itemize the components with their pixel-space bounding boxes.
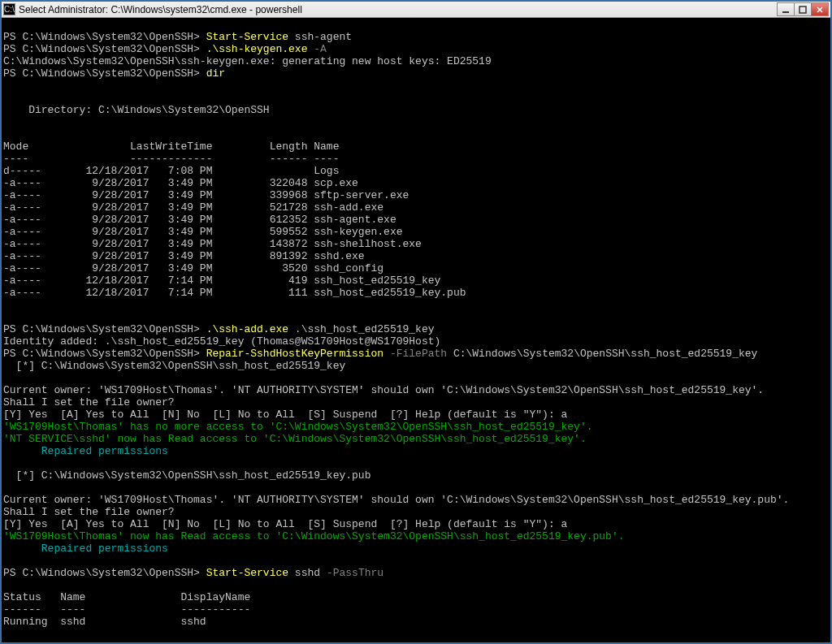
svg-rect-0 xyxy=(782,11,789,13)
yn-prompt: [Y] Yes [A] Yes to All [N] No [L] No to … xyxy=(3,408,567,421)
dir-row: -a---- 9/28/2017 3:49 PM 612352 ssh-agen… xyxy=(3,214,396,226)
arg-ssh-agent: ssh-agent xyxy=(288,31,352,43)
dir-row: -a---- 9/28/2017 3:49 PM 599552 ssh-keyg… xyxy=(3,226,402,238)
cmd-sshkeygen: .\ssh-keygen.exe xyxy=(206,43,308,55)
arg-repair: C:\Windows\System32\OpenSSH\ssh_host_ed2… xyxy=(447,348,757,360)
window-title: Select Administrator: C:\Windows\system3… xyxy=(19,4,778,15)
svc-row: Running sshd sshd xyxy=(3,616,206,628)
shall-set: Shall I set the file owner? xyxy=(3,506,175,518)
window-frame: C:\ Select Administrator: C:\Windows\sys… xyxy=(0,0,832,644)
ps-prompt: PS C:\Windows\System32\OpenSSH> xyxy=(3,323,206,335)
cmd-repair: Repair-SshdHostKeyPermission xyxy=(206,348,384,360)
cmd-start-service: Start-Service xyxy=(206,31,288,43)
cmd-start-sshd: Start-Service xyxy=(206,567,288,579)
maximize-button[interactable] xyxy=(794,2,812,16)
svg-rect-1 xyxy=(800,6,806,13)
identity-added: Identity added: .\ssh_host_ed25519_key (… xyxy=(3,335,440,348)
dir-row: -a---- 12/18/2017 7:14 PM 111 ssh_host_e… xyxy=(3,287,466,299)
dir-header: Directory: C:\Windows\System32\OpenSSH xyxy=(3,104,270,116)
window-buttons xyxy=(778,2,829,16)
cmd-sshadd: .\ssh-add.exe xyxy=(206,323,288,335)
close-button[interactable] xyxy=(811,2,829,16)
repair-star: [*] C:\Windows\System32\OpenSSH\ssh_host… xyxy=(3,360,345,372)
repaired-label: Repaired permissions xyxy=(3,542,168,555)
dir-row: -a---- 9/28/2017 3:49 PM 521728 ssh-add.… xyxy=(3,201,384,214)
current-owner: Current owner: 'WS1709Host\Thomas'. 'NT … xyxy=(3,384,764,396)
dir-row: -a---- 12/18/2017 7:14 PM 419 ssh_host_e… xyxy=(3,274,440,287)
shall-set: Shall I set the file owner? xyxy=(3,396,175,408)
dir-row: -a---- 9/28/2017 3:49 PM 322048 scp.exe xyxy=(3,177,358,189)
yn-prompt: [Y] Yes [A] Yes to All [N] No [L] No to … xyxy=(3,518,567,530)
dir-row: -a---- 9/28/2017 3:49 PM 3520 sshd_confi… xyxy=(3,262,384,274)
dir-columns: Mode LastWriteTime Length Name xyxy=(3,140,339,153)
ps-prompt: PS C:\Windows\System32\OpenSSH> xyxy=(3,67,206,80)
perm-msg: 'WS1709Host\Thomas' has no more access t… xyxy=(3,421,593,433)
svc-columns: Status Name DisplayName xyxy=(3,591,250,603)
titlebar[interactable]: C:\ Select Administrator: C:\Windows\sys… xyxy=(2,2,830,18)
svc-underline: ------ ---- ----------- xyxy=(3,603,250,616)
keygen-output: C:\Windows\System32\OpenSSH\ssh-keygen.e… xyxy=(3,55,492,67)
dir-row: -a---- 9/28/2017 3:49 PM 339968 sftp-ser… xyxy=(3,189,409,201)
flag-passthru: -PassThru xyxy=(327,567,384,579)
dir-row: -a---- 9/28/2017 3:49 PM 143872 ssh-shel… xyxy=(3,238,422,250)
ps-prompt: PS C:\Windows\System32\OpenSSH> xyxy=(3,348,206,360)
arg-sshd: sshd xyxy=(288,567,327,579)
ps-prompt: PS C:\Windows\System32\OpenSSH> xyxy=(3,43,206,55)
dir-row: -a---- 9/28/2017 3:49 PM 891392 sshd.exe xyxy=(3,250,365,262)
arg-sshadd: .\ssh_host_ed25519_key xyxy=(288,323,434,335)
repaired-label: Repaired permissions xyxy=(3,445,168,457)
repair-star: [*] C:\Windows\System32\OpenSSH\ssh_host… xyxy=(3,469,370,482)
ps-prompt: PS C:\Windows\System32\OpenSSH> xyxy=(3,567,206,579)
perm-msg: 'NT SERVICE\sshd' now has Read access to… xyxy=(3,433,587,445)
cmd-dir: dir xyxy=(206,67,225,80)
terminal[interactable]: PS C:\Windows\System32\OpenSSH> Start-Se… xyxy=(2,18,830,642)
flag-A: -A xyxy=(314,43,327,55)
ps-prompt: PS C:\Windows\System32\OpenSSH> xyxy=(3,31,206,43)
cmd-icon: C:\ xyxy=(3,3,15,15)
dir-underline: ---- ------------- ------ ---- xyxy=(3,153,339,165)
perm-msg: 'WS1709Host\Thomas' now has Read access … xyxy=(3,530,625,542)
current-owner: Current owner: 'WS1709Host\Thomas'. 'NT … xyxy=(3,494,789,506)
dir-row: d----- 12/18/2017 7:08 PM Logs xyxy=(3,165,339,177)
flag-filepath: -FilePath xyxy=(390,348,447,360)
minimize-button[interactable] xyxy=(777,2,795,16)
